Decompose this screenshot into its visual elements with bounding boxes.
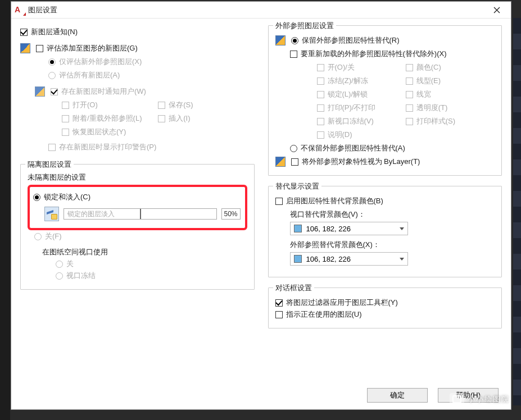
notify-user-label: 存在新图层时通知用户(W) xyxy=(61,86,146,97)
color-swatch-icon xyxy=(294,255,302,263)
layer-icon xyxy=(35,86,45,97)
radio-checked-icon xyxy=(291,37,298,44)
checkbox-checked-icon xyxy=(51,88,58,95)
reload-props-label: 要重新加载的外部参照图层特性(替代除外)(X) xyxy=(301,49,447,59)
notify-user-row: 存在新图层时通知用户(W) xyxy=(20,86,255,97)
open-label: 打开(O) xyxy=(73,100,98,110)
chevron-down-icon xyxy=(400,258,404,261)
highlight-frame: 锁定和淡入(C) 锁定的图层淡入 50% xyxy=(28,185,247,230)
notify-subopts-1: 打开(O) 保存(S) xyxy=(20,98,255,112)
xref-desc-row: 说明(D) xyxy=(275,130,495,140)
checkbox-icon xyxy=(406,77,413,85)
checkbox-icon xyxy=(317,131,324,139)
use-paper-vp-label: 在图纸空间视口使用 xyxy=(28,247,247,257)
checkbox-icon xyxy=(291,158,298,166)
xref-bg-color-select[interactable]: 106, 182, 226 xyxy=(290,252,408,266)
indicate-in-use-row[interactable]: 指示正在使用的图层(U) xyxy=(275,309,495,319)
freeze-label: 冻结(Z)/解冻 xyxy=(328,76,368,86)
not-retain-row[interactable]: 不保留外部参照图层特性替代(A) xyxy=(275,143,495,153)
eval-added-row[interactable]: 评估添加至图形的新图层(G) xyxy=(20,43,255,53)
layer-icon xyxy=(275,157,286,167)
checkbox-icon xyxy=(406,91,413,98)
radio-icon xyxy=(56,261,63,268)
eval-xref-only-row: 仅评估新外部参照图层(X) xyxy=(20,57,255,67)
chevron-down-icon xyxy=(400,227,404,230)
notify-subopts-2: 附着/重载外部参照(L) 插入(I) xyxy=(20,112,255,125)
checkbox-checked-icon xyxy=(20,29,28,36)
retain-overrides-label: 保留外部参照图层特性替代(R) xyxy=(302,35,400,45)
checkbox-icon xyxy=(317,104,324,112)
checkbox-icon xyxy=(275,198,283,205)
radio-icon xyxy=(48,72,56,79)
watermark-text: 小小绘图院 xyxy=(468,394,510,404)
xref-props-1: 开(O)/关 颜色(C) xyxy=(275,61,495,74)
checkbox-icon xyxy=(62,102,69,109)
override-fieldset: 替代显示设置 启用图层特性替代背景颜色(B) 视口替代背景颜色(V)： 106,… xyxy=(268,186,502,277)
dialog-fieldset: 对话框设置 将图层过滤器应用于图层工具栏(Y) 指示正在使用的图层(U) xyxy=(268,287,502,328)
apply-filters-row[interactable]: 将图层过滤器应用于图层工具栏(Y) xyxy=(275,298,495,308)
print-warning-row: 存在新图层时显示打印警告(P) xyxy=(20,142,255,152)
eval-all-new-label: 评估所有新图层(A) xyxy=(59,70,120,80)
checkbox-icon xyxy=(406,118,413,125)
override-legend: 替代显示设置 xyxy=(273,181,321,191)
fade-slider[interactable]: 锁定的图层淡入 xyxy=(64,208,217,220)
dialog-legend: 对话框设置 xyxy=(273,283,314,293)
attach-reload-label: 附着/重载外部参照(L) xyxy=(73,113,142,124)
save-label: 保存(S) xyxy=(169,100,193,110)
linetype-label: 线型(E) xyxy=(416,76,441,86)
xref-legend: 外部参照图层设置 xyxy=(273,21,336,31)
use-vp-freeze-label: 视口冻结 xyxy=(66,271,96,281)
window-title: 图层设置 xyxy=(28,5,486,15)
ok-label: 确定 xyxy=(390,390,405,400)
vp-bg-color-label: 视口替代背景颜色(V)： xyxy=(275,209,495,220)
close-icon xyxy=(493,7,500,13)
layer-icon xyxy=(275,35,286,45)
checkbox-icon xyxy=(275,311,283,318)
reload-props-row[interactable]: 要重新加载的外部参照图层特性(替代除外)(X) xyxy=(275,49,495,59)
desc-label: 说明(D) xyxy=(328,130,352,140)
lock-layer-icon xyxy=(44,207,59,221)
xref-props-3: 锁定(L)/解锁 线宽 xyxy=(275,88,495,101)
print-warning-label: 存在新图层时显示打印警告(P) xyxy=(59,142,156,152)
checkbox-icon xyxy=(158,115,165,122)
checkbox-icon xyxy=(317,77,324,85)
lock-fade-row[interactable]: 锁定和淡入(C) xyxy=(33,192,241,202)
left-column: 新图层通知(N) 评估添加至图形的新图层(G) 仅评估新外部参照图层(X) 评估… xyxy=(20,25,255,378)
enable-bg-row[interactable]: 启用图层特性替代背景颜色(B) xyxy=(275,196,495,206)
checkbox-icon xyxy=(406,64,413,71)
not-retain-label: 不保留外部参照图层特性替代(A) xyxy=(301,143,405,153)
ok-button[interactable]: 确定 xyxy=(367,388,428,403)
vp-bg-color-value: 106, 182, 226 xyxy=(306,225,351,233)
xref-bg-color-value: 106, 182, 226 xyxy=(306,255,351,263)
titlebar: 图层设置 xyxy=(11,2,511,19)
plot-style-label: 打印样式(S) xyxy=(416,116,455,126)
retain-overrides-row[interactable]: 保留外部参照图层特性替代(R) xyxy=(275,35,495,45)
layer-icon xyxy=(20,43,30,53)
autocad-icon xyxy=(15,5,25,15)
checkbox-icon xyxy=(290,51,297,58)
new-layer-notify-label: 新图层通知(N) xyxy=(31,27,78,37)
fade-value[interactable]: 50% xyxy=(221,208,241,220)
close-button[interactable] xyxy=(486,2,508,18)
treat-bylayer-row[interactable]: 将外部参照对象特性视为 ByLayer(T) xyxy=(275,157,495,167)
apply-filters-label: 将图层过滤器应用于图层工具栏(Y) xyxy=(286,298,398,308)
new-layer-notify-row[interactable]: 新图层通知(N) xyxy=(20,27,255,37)
layer-settings-dialog: 图层设置 新图层通知(N) 评估添加至图形的新图层(G) 仅评估新外部参照图层(… xyxy=(11,1,511,410)
use-off-label: 关 xyxy=(66,259,74,269)
xref-props-4: 打印(P)/不打印 透明度(T) xyxy=(275,101,495,115)
watermark: 小小绘图院 xyxy=(450,393,510,405)
not-isolated-label: 未隔离图层的设置 xyxy=(28,172,247,182)
isolate-off-row[interactable]: 关(F) xyxy=(28,231,247,241)
checkbox-icon xyxy=(317,91,324,98)
slider-thumb-icon[interactable] xyxy=(140,209,141,219)
right-column: 外部参照图层设置 保留外部参照图层特性替代(R) 要重新加载的外部参照图层特性(… xyxy=(268,25,502,378)
color-swatch-icon xyxy=(294,225,302,232)
button-row: 确定 帮助(H) xyxy=(11,384,511,409)
checkbox-icon xyxy=(158,102,165,109)
vp-bg-color-select[interactable]: 106, 182, 226 xyxy=(290,222,408,235)
treat-bylayer-label: 将外部参照对象特性视为 ByLayer(T) xyxy=(302,157,420,167)
checkbox-checked-icon xyxy=(275,299,283,307)
checkbox-icon xyxy=(48,144,56,151)
radio-checked-icon xyxy=(48,58,56,66)
restore-state-label: 恢复图层状态(Y) xyxy=(73,127,126,137)
